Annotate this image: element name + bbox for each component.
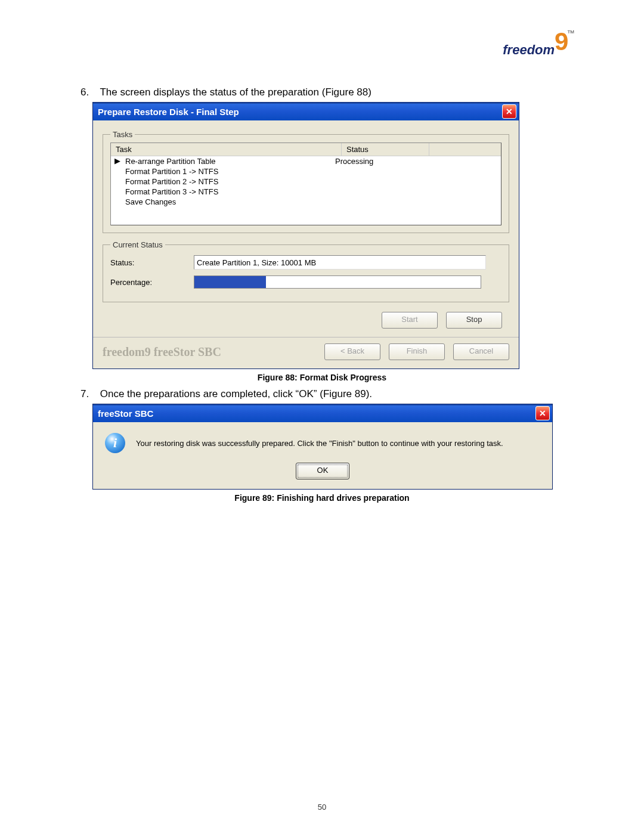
task-status xyxy=(334,187,414,197)
logo-text: freedom xyxy=(503,42,555,58)
ok-button[interactable]: OK xyxy=(296,463,349,479)
status-label: Status: xyxy=(110,258,194,267)
status-value: Create Partition 1, Size: 10001 MB xyxy=(194,255,486,270)
dialog1-titlebar[interactable]: Prepare Restore Disk - Final Step ✕ xyxy=(93,103,519,120)
table-row: Format Partition 2 -> NTFS xyxy=(111,176,501,187)
dialog2-title: freeStor SBC xyxy=(98,408,535,419)
dialog2-titlebar[interactable]: freeStor SBC ✕ xyxy=(93,404,552,422)
logo-nine: 9 xyxy=(555,29,568,54)
progress-bar xyxy=(194,275,481,289)
freedom9-logo: freedom9TM xyxy=(503,33,575,58)
dialog1-brand: freedom9 freeStor SBC xyxy=(103,345,324,359)
step-6-number: 6. xyxy=(80,86,97,98)
start-stop-row: Start Stop xyxy=(103,309,509,337)
task-name: Re-arrange Partition Table xyxy=(124,156,334,166)
step-7-number: 7. xyxy=(80,388,97,400)
step-7: 7. Once the preparations are completed, … xyxy=(80,388,587,400)
table-row: Format Partition 1 -> NTFS xyxy=(111,166,501,176)
task-table-header: Task Status xyxy=(111,143,501,156)
row-marker-icon: ▶ xyxy=(111,156,124,166)
task-name: Format Partition 3 -> NTFS xyxy=(124,187,334,197)
task-rows: ▶ Re-arrange Partition Table Processing … xyxy=(111,156,501,225)
task-table: Task Status ▶ Re-arrange Partition Table… xyxy=(110,143,501,225)
tasks-legend: Tasks xyxy=(110,130,135,139)
prepare-restore-dialog: Prepare Restore Disk - Final Step ✕ Task… xyxy=(92,102,519,369)
current-status-legend: Current Status xyxy=(110,240,165,249)
freestor-message-dialog: freeStor SBC ✕ i Your restoring disk was… xyxy=(92,404,553,490)
progress-fill xyxy=(194,276,266,288)
back-button[interactable]: < Back xyxy=(324,343,380,360)
dialog1-footer: freedom9 freeStor SBC < Back Finish Canc… xyxy=(93,337,519,368)
close-icon[interactable]: ✕ xyxy=(535,406,550,420)
figure-89-caption: Figure 89: Finishing hard drives prepara… xyxy=(57,493,587,503)
finish-button[interactable]: Finish xyxy=(389,343,445,360)
table-row: ▶ Re-arrange Partition Table Processing xyxy=(111,156,501,166)
percentage-label: Percentage: xyxy=(110,278,194,287)
table-row: Save Changes xyxy=(111,197,501,207)
current-status-group: Current Status Status: Create Partition … xyxy=(103,240,509,302)
dialog1-title: Prepare Restore Disk - Final Step xyxy=(98,107,502,117)
row-marker-icon xyxy=(111,197,124,207)
cancel-button[interactable]: Cancel xyxy=(453,343,509,360)
col-status-header: Status xyxy=(342,143,429,156)
step-6-text: The screen displays the status of the pr… xyxy=(100,86,371,98)
step-6: 6. The screen displays the status of the… xyxy=(80,86,587,98)
task-name: Format Partition 1 -> NTFS xyxy=(124,166,334,176)
start-button[interactable]: Start xyxy=(382,312,438,329)
task-status xyxy=(334,197,414,207)
task-status: Processing xyxy=(334,156,414,166)
step-7-text: Once the preparations are completed, cli… xyxy=(100,388,372,400)
row-marker-icon xyxy=(111,166,124,176)
tasks-group: Tasks Task Status ▶ Re-arrange Partition… xyxy=(103,130,509,233)
task-name: Save Changes xyxy=(124,197,334,207)
dialog2-message: Your restoring disk was successfully pre… xyxy=(136,439,503,448)
table-row: Format Partition 3 -> NTFS xyxy=(111,187,501,197)
col-blank-header xyxy=(429,143,501,156)
task-status xyxy=(334,176,414,187)
row-marker-icon xyxy=(111,187,124,197)
task-status xyxy=(334,166,414,176)
row-marker-icon xyxy=(111,176,124,187)
logo-tm: TM xyxy=(567,29,574,35)
col-task-header: Task xyxy=(111,143,342,156)
stop-button[interactable]: Stop xyxy=(446,312,502,329)
task-name: Format Partition 2 -> NTFS xyxy=(124,176,334,187)
info-icon: i xyxy=(105,433,125,453)
page-number: 50 xyxy=(0,803,644,812)
figure-88-caption: Figure 88: Format Disk Progress xyxy=(57,373,587,382)
close-icon[interactable]: ✕ xyxy=(502,104,516,119)
